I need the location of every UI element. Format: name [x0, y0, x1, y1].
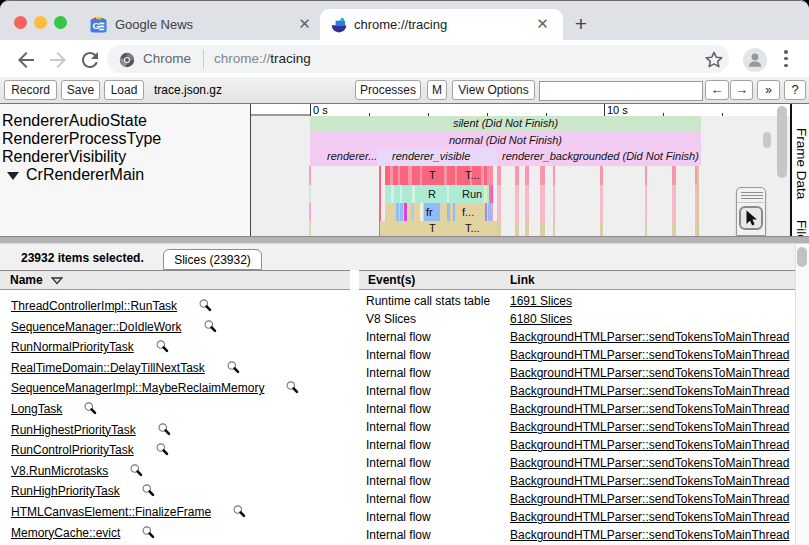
svg-text:G: G	[93, 20, 100, 31]
